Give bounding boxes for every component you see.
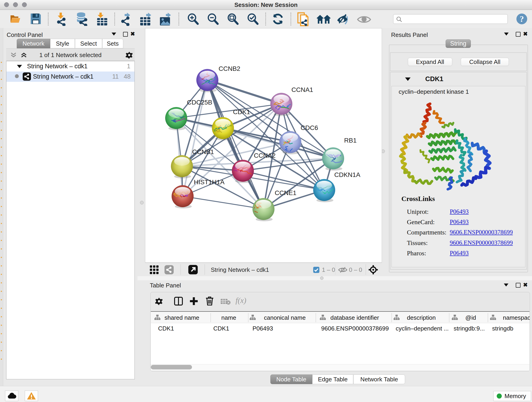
svg-text:CCNE1: CCNE1 (275, 189, 297, 196)
svg-text:HIST1H1A: HIST1H1A (194, 179, 225, 186)
svg-text:CDC25B: CDC25B (187, 99, 212, 106)
svg-text:CDK1: CDK1 (233, 108, 250, 115)
svg-text:RB1: RB1 (344, 137, 356, 144)
svg-text:CDC6: CDC6 (301, 124, 318, 131)
svg-text:CCNB2: CCNB2 (219, 65, 240, 72)
svg-text:CCNA2: CCNA2 (254, 152, 276, 159)
svg-text:CDKN1A: CDKN1A (334, 171, 360, 178)
svg-text:CCNA1: CCNA1 (291, 86, 313, 93)
svg-text:CCNB1: CCNB1 (192, 148, 214, 155)
